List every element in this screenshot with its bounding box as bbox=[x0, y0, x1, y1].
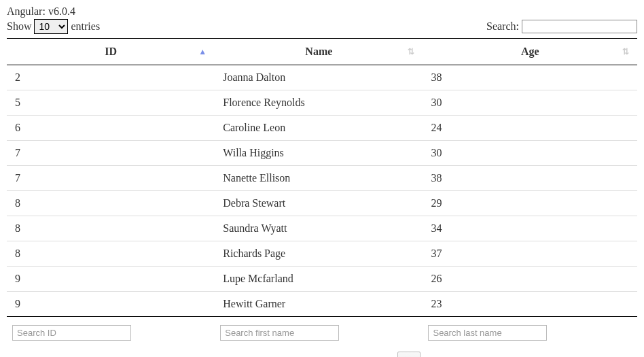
version-label: Angular: v6.0.4 bbox=[7, 5, 637, 18]
column-header-age[interactable]: Age ⇅ bbox=[423, 39, 637, 65]
footer-search-id[interactable] bbox=[12, 325, 131, 341]
pagination: Previous12345…10Next bbox=[338, 352, 637, 357]
search-control: Search: bbox=[486, 20, 637, 33]
length-select[interactable]: 102550100 bbox=[34, 19, 68, 34]
footer-search-lastname[interactable] bbox=[428, 325, 547, 341]
cell-age: 37 bbox=[423, 241, 637, 267]
table-row: 9Hewitt Garner23 bbox=[7, 292, 637, 317]
page-button[interactable]: 3 bbox=[461, 354, 475, 357]
page-button[interactable]: 4 bbox=[488, 354, 502, 357]
search-input[interactable] bbox=[522, 20, 637, 33]
table-row: 7Willa Higgins30 bbox=[7, 141, 637, 166]
column-header-id[interactable]: ID ▲ bbox=[7, 39, 215, 65]
length-suffix: entries bbox=[71, 20, 100, 32]
search-label: Search: bbox=[486, 20, 519, 32]
cell-age: 26 bbox=[423, 267, 637, 292]
cell-age: 24 bbox=[423, 116, 637, 141]
cell-name: Willa Higgins bbox=[215, 141, 423, 166]
footer-search-firstname[interactable] bbox=[220, 325, 339, 341]
length-control: Show 102550100 entries bbox=[7, 19, 100, 34]
cell-age: 34 bbox=[423, 216, 637, 241]
cell-age: 30 bbox=[423, 90, 637, 116]
previous-button[interactable]: Previous bbox=[338, 354, 384, 357]
cell-age: 29 bbox=[423, 191, 637, 216]
table-row: 9Lupe Mcfarland26 bbox=[7, 267, 637, 292]
table-row: 8Richards Page37 bbox=[7, 241, 637, 267]
column-label: Age bbox=[521, 46, 539, 57]
cell-name: Caroline Leon bbox=[215, 116, 423, 141]
next-button[interactable]: Next bbox=[608, 354, 637, 357]
cell-name: Nanette Ellison bbox=[215, 166, 423, 191]
cell-id: 8 bbox=[7, 216, 215, 241]
cell-name: Debra Stewart bbox=[215, 191, 423, 216]
data-table: ID ▲ Name ⇅ Age ⇅ 2Joanna Dalton385Flore… bbox=[7, 38, 637, 346]
table-row: 8Debra Stewart29 bbox=[7, 191, 637, 216]
page-button[interactable]: 2 bbox=[434, 354, 448, 357]
page-ellipsis: … bbox=[543, 354, 562, 357]
table-row: 5Florence Reynolds30 bbox=[7, 90, 637, 116]
table-row: 7Nanette Ellison38 bbox=[7, 166, 637, 191]
cell-id: 8 bbox=[7, 191, 215, 216]
cell-id: 9 bbox=[7, 267, 215, 292]
sort-neutral-icon: ⇅ bbox=[622, 47, 629, 57]
cell-id: 6 bbox=[7, 116, 215, 141]
page-button[interactable]: 10 bbox=[575, 354, 594, 357]
column-header-name[interactable]: Name ⇅ bbox=[215, 39, 423, 65]
table-row: 2Joanna Dalton38 bbox=[7, 65, 637, 90]
page-button[interactable]: 1 bbox=[397, 352, 421, 357]
cell-age: 38 bbox=[423, 166, 637, 191]
cell-name: Florence Reynolds bbox=[215, 90, 423, 116]
cell-name: Hewitt Garner bbox=[215, 292, 423, 317]
cell-id: 2 bbox=[7, 65, 215, 90]
table-row: 8Saundra Wyatt34 bbox=[7, 216, 637, 241]
cell-name: Richards Page bbox=[215, 241, 423, 267]
cell-id: 7 bbox=[7, 166, 215, 191]
cell-id: 8 bbox=[7, 241, 215, 267]
cell-name: Lupe Mcfarland bbox=[215, 267, 423, 292]
cell-age: 23 bbox=[423, 292, 637, 317]
column-label: ID bbox=[105, 46, 117, 57]
cell-id: 7 bbox=[7, 141, 215, 166]
sort-neutral-icon: ⇅ bbox=[408, 47, 414, 57]
cell-name: Joanna Dalton bbox=[215, 65, 423, 90]
cell-age: 30 bbox=[423, 141, 637, 166]
column-label: Name bbox=[305, 46, 332, 57]
sort-asc-icon: ▲ bbox=[198, 47, 207, 57]
page-button[interactable]: 5 bbox=[516, 354, 529, 357]
cell-name: Saundra Wyatt bbox=[215, 216, 423, 241]
table-row: 6Caroline Leon24 bbox=[7, 116, 637, 141]
cell-id: 5 bbox=[7, 90, 215, 116]
length-prefix: Show bbox=[7, 20, 31, 32]
cell-id: 9 bbox=[7, 292, 215, 317]
cell-age: 38 bbox=[423, 65, 637, 90]
